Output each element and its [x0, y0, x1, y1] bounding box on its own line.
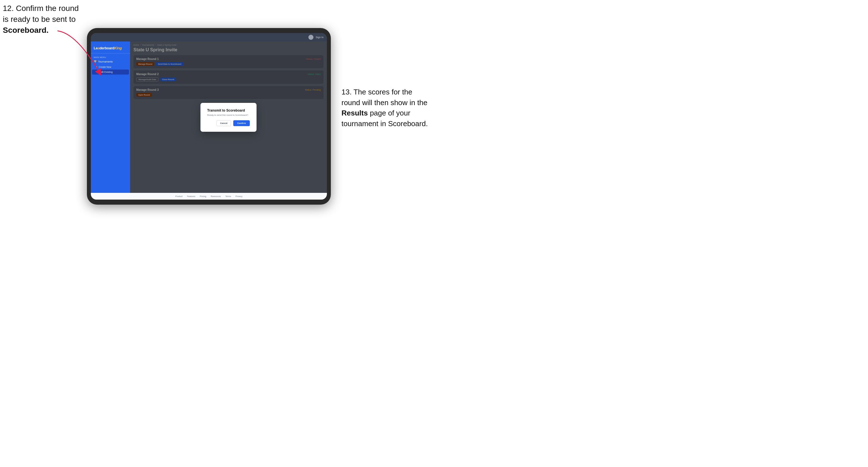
modal-subtitle: Ready to send this round to Scoreboard? [207, 114, 250, 116]
annotation-bold: Scoreboard. [3, 26, 49, 34]
footer-link-terms[interactable]: Terms [225, 195, 231, 198]
logo-text: LeaderboardKing [94, 46, 122, 50]
annotation-right-step: 13. The scores for the round will then s… [341, 88, 428, 128]
main-area: LeaderboardKing MAIN MENU 🏆 Tournaments … [91, 41, 327, 193]
plus-icon: + [96, 66, 97, 68]
annotation-line2: is ready to be sent to [3, 15, 76, 24]
modal-title: Transmit to Scoreboard [207, 108, 250, 113]
create-new-label: Create New [99, 66, 111, 68]
annotation-right-bold: Results [341, 109, 368, 117]
logo-king: King [114, 46, 122, 50]
annotation-step: 12. [3, 4, 14, 12]
sidebar-item-edit-existing[interactable]: ✎ Edit Existing [92, 69, 129, 74]
signin-link[interactable]: Sign In [316, 36, 323, 39]
top-bar: Sign In [91, 33, 327, 41]
footer-link-resources[interactable]: Resources [211, 195, 221, 198]
edit-icon: ✎ [96, 71, 98, 73]
content-area: Home › Tournaments › State U Spring Invi… [130, 41, 327, 193]
sidebar-item-tournaments[interactable]: 🏆 Tournaments [91, 59, 130, 64]
footer-link-pricing[interactable]: Pricing [200, 195, 206, 198]
sidebar-section-label: MAIN MENU [91, 55, 130, 59]
annotation-line1: Confirm the round [16, 4, 79, 12]
trophy-icon: 🏆 [94, 60, 97, 63]
modal-overlay[interactable]: Transmit to Scoreboard Ready to send thi… [130, 41, 327, 193]
tournaments-label: Tournaments [98, 60, 113, 63]
modal-confirm-button[interactable]: Confirm [233, 120, 250, 126]
tablet-frame: Sign In LeaderboardKing MAIN MENU 🏆 Tour… [87, 28, 331, 205]
footer-link-product[interactable]: Product [175, 195, 183, 198]
footer: Product Features Pricing Resources Terms… [91, 193, 327, 199]
modal-actions: Cancel Confirm [207, 120, 250, 126]
sidebar: LeaderboardKing MAIN MENU 🏆 Tournaments … [91, 41, 130, 193]
avatar [308, 35, 313, 40]
modal-cancel-button[interactable]: Cancel [216, 120, 231, 126]
edit-existing-label: Edit Existing [99, 71, 113, 73]
footer-link-privacy[interactable]: Privacy [236, 195, 243, 198]
annotation-right: 13. The scores for the round will then s… [341, 87, 428, 129]
transmit-modal: Transmit to Scoreboard Ready to send thi… [200, 103, 256, 132]
annotation-top: 12. Confirm the round is ready to be sen… [3, 3, 81, 36]
sidebar-logo: LeaderboardKing [91, 44, 130, 54]
footer-link-features[interactable]: Features [187, 195, 195, 198]
sidebar-item-create-new[interactable]: + Create New [91, 64, 130, 69]
tablet-screen: Sign In LeaderboardKing MAIN MENU 🏆 Tour… [91, 33, 327, 199]
